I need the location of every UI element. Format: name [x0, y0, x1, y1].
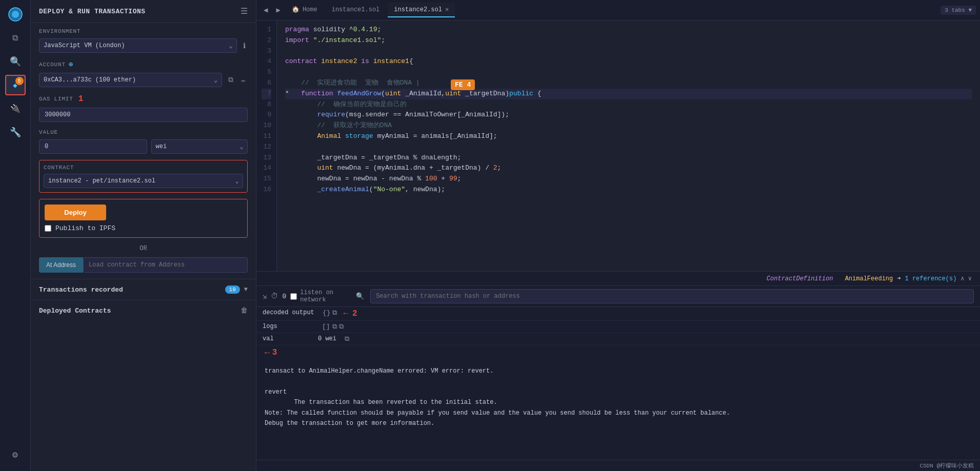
contract-section: CONTRACT instance2 - pet/instance2.sol — [39, 160, 248, 193]
code-line-1: pragma solidity ^0.4.19; — [285, 25, 972, 35]
value-unit-wrapper: wei — [151, 139, 248, 154]
plugin-icon[interactable]: 🔌 — [5, 98, 26, 119]
ref-arrow-icon: ➜ — [897, 275, 901, 282]
logs-copy2-icon[interactable]: ⧉ — [339, 323, 344, 331]
tab-right-arrow[interactable]: ▶ — [273, 4, 283, 16]
code-line-14: uint newDna = (myAnimal.dna + _targetDna… — [285, 163, 972, 174]
settings-icon[interactable]: ⚙ — [5, 444, 26, 465]
transactions-row[interactable]: Transactions recorded 19 ▼ — [31, 279, 256, 300]
icon-bar-bottom: ⚙ — [5, 444, 26, 471]
deployed-contracts-label: Deployed Contracts — [39, 307, 241, 315]
tab-instance2-label: instance2.sol — [394, 6, 442, 13]
annotation-3-row: ← 3 — [256, 345, 980, 360]
error-line-2 — [265, 376, 972, 386]
environment-select[interactable]: JavaScript VM (London) — [39, 38, 237, 53]
val-label: val — [263, 335, 314, 342]
environment-info-icon[interactable]: ℹ — [241, 39, 248, 52]
value-row: wei — [31, 137, 256, 156]
value-unit-select[interactable]: wei — [151, 139, 248, 154]
account-label: ACCOUNT ⊕ — [31, 55, 256, 71]
decoded-output-brace-icon[interactable]: {} — [323, 309, 331, 317]
fe-badge: FE 4 — [451, 79, 475, 90]
files-icon[interactable]: ⧉ — [5, 28, 26, 48]
code-area: 12345 678910 111213141516 pragma solidit… — [256, 21, 980, 460]
tab-instance2[interactable]: instance2.sol ✕ — [388, 3, 455, 17]
code-line-6: // 实现进食功能 宠物 食物DNA | — [285, 78, 972, 89]
decoded-output-label: decoded output — [263, 309, 314, 316]
gas-limit-label: GAS LIMIT 1 — [31, 89, 256, 106]
tabs-count[interactable]: 3 tabs ▼ — [941, 6, 976, 15]
deployed-contracts-row[interactable]: Deployed Contracts 🗑 — [31, 300, 256, 321]
panel-menu-icon[interactable]: ☰ — [241, 6, 248, 16]
reference-bar: ContractDefinition AnimalFeeding ➜ 1 ref… — [256, 271, 980, 285]
annotation-2-arrow: ← — [343, 309, 348, 318]
deploy-section: Deploy Publish to IPFS — [39, 199, 248, 238]
code-line-12 — [285, 142, 972, 153]
output-row-logs: logs [] ⧉ ⧉ — [256, 321, 980, 333]
transactions-chevron-icon: ▼ — [244, 286, 248, 293]
contract-def-label: ContractDefinition — [767, 275, 833, 282]
logs-copy1-icon[interactable]: ⧉ — [332, 323, 337, 331]
code-line-2: import "./instance1.sol"; — [285, 35, 972, 46]
tab-instance2-close-icon[interactable]: ✕ — [445, 6, 449, 13]
contract-select[interactable]: instance2 - pet/instance2.sol — [44, 174, 243, 188]
tab-left-arrow[interactable]: ◀ — [261, 4, 271, 16]
tab-instance1[interactable]: instance1.sol — [326, 3, 386, 17]
search-icon: 🔍 — [356, 292, 364, 300]
code-line-3 — [285, 46, 972, 57]
account-select[interactable]: 0xCA3...a733c (100 ether) — [39, 73, 222, 87]
deploy-button[interactable]: Deploy — [45, 204, 106, 220]
code-editor: 12345 678910 111213141516 pragma solidit… — [256, 21, 980, 271]
deployed-contracts-trash-icon[interactable]: 🗑 — [241, 306, 248, 315]
ref-count[interactable]: 1 reference(s) — [905, 275, 957, 282]
transactions-count-badge: 19 — [225, 285, 240, 294]
account-select-wrapper: 0xCA3...a733c (100 ether) — [39, 73, 222, 87]
decoded-output-copy-icon[interactable]: ⧉ — [332, 309, 337, 317]
logs-label: logs — [263, 323, 314, 330]
icon-bar-top: ⧉ 🔍 ◆ 5 🔌 🔧 — [5, 4, 26, 441]
account-copy-icon[interactable]: ⧉ — [226, 74, 235, 86]
at-address-button[interactable]: At Address — [39, 257, 83, 273]
annotation-1: 1 — [78, 94, 84, 104]
account-plus-btn[interactable]: ⊕ — [69, 60, 73, 69]
at-address-section: At Address — [31, 257, 256, 273]
listen-network-checkbox[interactable] — [290, 293, 297, 300]
wrench-icon[interactable]: 🔧 — [5, 122, 26, 142]
svg-point-1 — [12, 11, 19, 18]
logs-icons: [] ⧉ ⧉ — [322, 323, 344, 331]
error-line-5: Note: The called function should be paya… — [265, 408, 972, 418]
ref-space — [837, 275, 841, 282]
publish-ipfs-checkbox[interactable] — [45, 225, 51, 232]
code-content[interactable]: pragma solidity ^0.4.19; import "./insta… — [277, 21, 980, 271]
output-expand-icon[interactable]: ⇲ — [263, 292, 267, 301]
tab-instance1-label: instance1.sol — [332, 6, 380, 13]
line-numbers: 12345 678910 111213141516 — [256, 21, 277, 271]
ref-collapse-icon[interactable]: ∧ ∨ — [961, 275, 972, 282]
output-search-input[interactable] — [370, 289, 974, 303]
environment-select-wrapper: JavaScript VM (London) — [39, 38, 237, 53]
transactions-label: Transactions recorded — [39, 286, 225, 294]
code-line-8: // 确保当前的宠物是自己的 — [285, 99, 972, 110]
tab-home[interactable]: 🏠 Home — [286, 3, 324, 17]
logs-bracket-icon[interactable]: [] — [322, 323, 330, 331]
error-line-4: The transaction has been reverted to the… — [265, 397, 972, 407]
tab-bar: ◀ ▶ 🏠 Home instance1.sol instance2.sol ✕… — [256, 0, 980, 21]
load-contract-input[interactable] — [83, 257, 248, 273]
home-icon: 🏠 — [292, 6, 299, 13]
main-area: ◀ ▶ 🏠 Home instance1.sol instance2.sol ✕… — [256, 0, 980, 471]
deploy-icon[interactable]: ◆ 5 — [5, 75, 26, 95]
account-edit-icon[interactable]: ✏ — [239, 74, 248, 87]
output-toolbar: ⇲ ⏱ 0 listen on network 🔍 — [256, 286, 980, 307]
account-row: 0xCA3...a733c (100 ether) ⧉ ✏ — [31, 71, 256, 89]
contract-select-wrapper: instance2 - pet/instance2.sol — [44, 174, 243, 188]
search-icon[interactable]: 🔍 — [5, 51, 26, 72]
status-text: CSDN @柠檬味小发糕 — [919, 462, 974, 469]
code-line-5 — [285, 67, 972, 78]
output-clock-icon: ⏱ — [271, 292, 278, 300]
val-copy-icon[interactable]: ⧉ — [345, 335, 349, 343]
gas-limit-row — [31, 106, 256, 124]
gas-limit-input[interactable] — [39, 108, 248, 122]
code-line-15: newDna = newDna - newDna % 100 + 99; — [285, 174, 972, 185]
value-input[interactable] — [39, 139, 147, 154]
status-bar: CSDN @柠檬味小发糕 — [256, 460, 980, 471]
